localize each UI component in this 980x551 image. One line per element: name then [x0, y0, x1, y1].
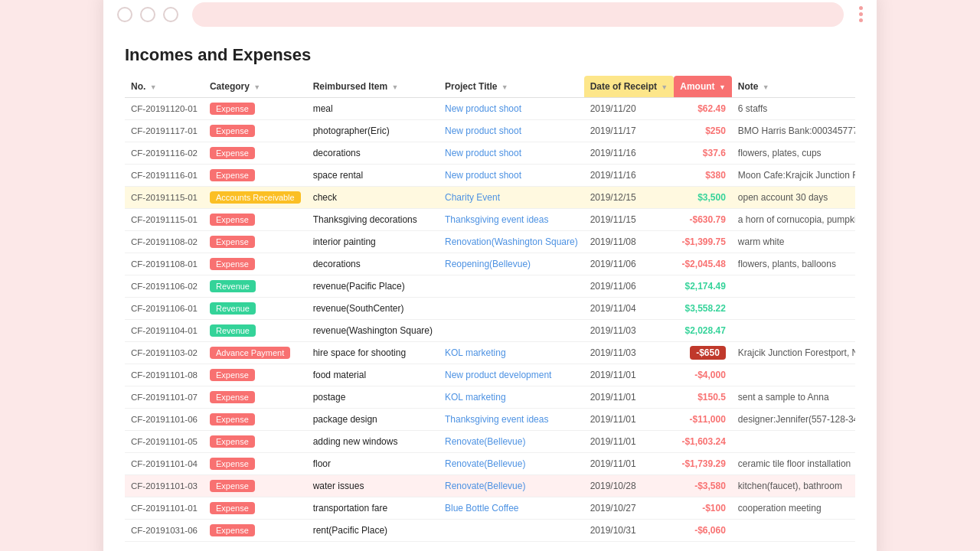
cell-project-title[interactable]: New product shoot: [439, 164, 584, 186]
cell-project-title[interactable]: Thanksgiving event ideas: [439, 408, 584, 430]
project-link[interactable]: New product shoot: [445, 103, 521, 114]
cell-project-title[interactable]: Renovate(Bellevue): [439, 474, 584, 497]
menu-dot-2: [859, 12, 863, 16]
project-link[interactable]: Charity Event: [445, 192, 500, 203]
cell-category: Revenue: [204, 275, 307, 297]
col-amount[interactable]: Amount ▼: [674, 76, 732, 98]
cell-category: Expense: [204, 386, 307, 408]
menu-dot-3: [859, 18, 863, 22]
cell-date: 2019/11/15: [584, 208, 675, 230]
cell-reimbursed-item: adding new windows: [307, 430, 439, 452]
cell-date: 2019/11/20: [584, 97, 675, 119]
cell-project-title[interactable]: Renovate(Bellevue): [439, 430, 584, 452]
project-link[interactable]: Blue Bottle Coffee: [445, 503, 519, 514]
category-badge: Expense: [210, 480, 255, 492]
cell-category: Expense: [204, 230, 307, 253]
cell-reimbursed-item: food material: [307, 364, 439, 386]
table-row: CF-20191116-01Expensespace rentalNew pro…: [125, 164, 855, 186]
table-row: CF-20191101-08Expensefood materialNew pr…: [125, 364, 855, 386]
cell-no: CF-20191120-01: [125, 97, 204, 119]
address-bar[interactable]: [192, 2, 844, 27]
sort-icon-date: ▼: [661, 83, 668, 91]
project-link[interactable]: KOL marketing: [445, 347, 506, 358]
cell-category: Revenue: [204, 297, 307, 319]
col-reimbursed-item[interactable]: Reimbursed Item ▼: [307, 76, 439, 98]
cell-note: a horn of cornucopia, pumpkins: [732, 208, 855, 230]
cell-category: Expense: [204, 142, 307, 164]
cell-date: 2019/10/27: [584, 497, 675, 519]
window-dot-1[interactable]: [117, 7, 132, 22]
cell-project-title[interactable]: Charity Event: [439, 186, 584, 208]
cell-no: CF-20191101-03: [125, 474, 204, 497]
col-date-of-receipt[interactable]: Date of Receipt ▼: [584, 76, 675, 98]
cell-no: CF-20191101-04: [125, 452, 204, 474]
main-window: Incomes and Expenses No. ▼ Category ▼ Re…: [103, 0, 877, 551]
cell-date: 2019/11/08: [584, 230, 675, 253]
project-link[interactable]: Renovate(Bellevue): [445, 481, 525, 491]
cell-project-title[interactable]: New product shoot: [439, 119, 584, 142]
cell-amount: $2,028.47: [674, 319, 732, 341]
cell-project-title[interactable]: New product development: [439, 364, 584, 386]
project-link[interactable]: New product development: [445, 370, 551, 380]
col-no[interactable]: No. ▼: [125, 76, 204, 98]
cell-project-title[interactable]: Renovate(Bellevue): [439, 452, 584, 474]
table-row: CF-20191101-04ExpensefloorRenovate(Belle…: [125, 452, 855, 474]
cell-no: CF-20191116-01: [125, 164, 204, 186]
cell-amount: -$100: [674, 497, 732, 519]
project-link[interactable]: New product shoot: [445, 170, 521, 181]
project-link[interactable]: Renovate(Bellevue): [445, 458, 525, 469]
cell-project-title[interactable]: KOL marketing: [439, 341, 584, 364]
cell-reimbursed-item: rent(Pacific Place): [307, 519, 439, 541]
cell-date: 2019/11/16: [584, 142, 675, 164]
cell-date: 2019/11/06: [584, 275, 675, 297]
cell-note: [732, 275, 855, 297]
col-note[interactable]: Note ▼: [732, 76, 855, 98]
window-dot-2[interactable]: [140, 7, 155, 22]
category-badge: Expense: [210, 147, 255, 159]
project-link[interactable]: New product shoot: [445, 126, 521, 136]
cell-date: 2019/11/03: [584, 319, 675, 341]
cell-project-title[interactable]: Renovation(Washington Square): [439, 230, 584, 253]
cell-note: ceramic tile floor installation: [732, 452, 855, 474]
col-category[interactable]: Category ▼: [204, 76, 307, 98]
project-link[interactable]: Renovate(Bellevue): [445, 436, 525, 447]
cell-amount: -$2,045.48: [674, 253, 732, 275]
cell-reimbursed-item: Thanksgiving decorations: [307, 208, 439, 230]
cell-reimbursed-item: revenue(Pacific Place): [307, 275, 439, 297]
table-row: CF-20191106-01Revenuerevenue(SouthCenter…: [125, 297, 855, 319]
project-link[interactable]: New product shoot: [445, 148, 521, 158]
window-dot-3[interactable]: [163, 7, 178, 22]
cell-note: cooperation meeting: [732, 497, 855, 519]
col-project-title[interactable]: Project Title ▼: [439, 76, 584, 98]
cell-date: 2019/11/01: [584, 430, 675, 452]
cell-reimbursed-item: space rental: [307, 164, 439, 186]
project-link[interactable]: KOL marketing: [445, 392, 506, 403]
table-row: CF-20191031-06Expenserent(Pacific Place)…: [125, 519, 855, 541]
category-badge: Expense: [210, 391, 255, 403]
cell-project-title[interactable]: Blue Bottle Coffee: [439, 497, 584, 519]
project-link[interactable]: Renovation(Washington Square): [445, 236, 578, 247]
cell-category: Expense: [204, 430, 307, 452]
cell-date: 2019/10/31: [584, 519, 675, 541]
cell-no: CF-20191101-05: [125, 430, 204, 452]
project-link[interactable]: Thanksgiving event ideas: [445, 414, 548, 425]
cell-project-title[interactable]: Thanksgiving event ideas: [439, 208, 584, 230]
cell-project-title: [439, 319, 584, 341]
project-link[interactable]: Thanksgiving event ideas: [445, 214, 548, 225]
category-badge: Expense: [210, 258, 255, 270]
cell-project-title: [439, 275, 584, 297]
cell-note: warm white: [732, 230, 855, 253]
category-badge: Expense: [210, 502, 255, 514]
cell-project-title[interactable]: KOL marketing: [439, 386, 584, 408]
cell-project-title[interactable]: New product shoot: [439, 97, 584, 119]
category-badge: Advance Payment: [210, 347, 290, 359]
cell-project-title[interactable]: New product shoot: [439, 142, 584, 164]
cell-no: CF-20191104-01: [125, 319, 204, 341]
category-badge: Expense: [210, 103, 255, 115]
project-link[interactable]: Reopening(Bellevue): [445, 259, 531, 269]
cell-note: [732, 519, 855, 541]
cell-date: 2019/11/17: [584, 119, 675, 142]
cell-note: open account 30 days: [732, 186, 855, 208]
cell-project-title[interactable]: Reopening(Bellevue): [439, 253, 584, 275]
table-row: CF-20191117-01Expensephotographer(Eric)N…: [125, 119, 855, 142]
